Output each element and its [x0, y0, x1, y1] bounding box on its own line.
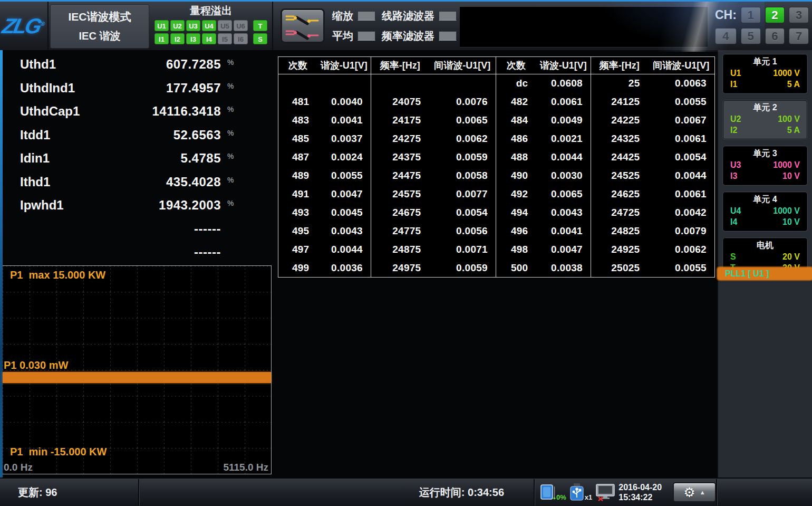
channel-button-4[interactable]: 4 [715, 28, 737, 44]
table-cell: 0.0043 [317, 222, 371, 241]
table-cell [371, 74, 429, 93]
table-cell: 495 [278, 222, 317, 241]
table-row [278, 74, 371, 93]
channel-button-2[interactable]: 2 [765, 7, 785, 23]
usb-count: x1 [585, 493, 592, 501]
table-cell: 0.0041 [317, 111, 371, 130]
average-checkbox[interactable] [357, 31, 375, 41]
table-row: 4920.0065 [496, 185, 591, 204]
update-value: 96 [45, 486, 57, 498]
channel-button-7[interactable]: 7 [789, 28, 809, 44]
unit-panel-3[interactable]: 单元 3U31000 VI310 VSync Src: U1PLL1 [ U1 … [723, 146, 807, 185]
table-row: 4850.0037 [278, 130, 371, 148]
table-row: 246250.0061 [591, 185, 715, 204]
table-cell: 0.0077 [429, 185, 496, 204]
col-frequency: 频率-[Hz] [591, 57, 648, 74]
unit-panel-2[interactable]: 单元 2U2100 VI25 ASync Src: U1PLL1 [ U1 ] [723, 100, 807, 139]
table-cell: 24125 [591, 93, 648, 111]
zoom-checkbox[interactable] [357, 11, 375, 21]
table-cell: 0.0043 [536, 204, 591, 222]
table-row: 4980.0047 [496, 241, 591, 259]
channel-button-3[interactable]: 3 [789, 7, 809, 23]
measurement-row: UthdCap114116.3418% [5, 100, 240, 123]
table-cell: 24925 [591, 241, 648, 259]
table-row: 4880.0044 [496, 148, 591, 167]
table-cell: 496 [496, 222, 536, 241]
range-overflow-title: 量程溢出 [152, 4, 270, 18]
col-interharmonic: 间谐波-U1[V] [648, 57, 715, 74]
table-row [371, 74, 496, 93]
harmonic-table-group-1: 次数 谐波-U1[V] 4810.00404830.00414850.00374… [278, 56, 371, 278]
table-cell: 0.0047 [536, 241, 591, 259]
measurement-name: Uthd1 [5, 57, 116, 72]
wiring-switch-button[interactable] [281, 8, 325, 43]
table-row: 243250.0061 [591, 130, 715, 148]
table-cell: 483 [278, 111, 317, 130]
table-cell: 0.0045 [317, 204, 371, 222]
chart-min-label: P1 min -15.000 KW [10, 446, 107, 458]
table-cell: 492 [496, 185, 536, 204]
main-area: Uthd1607.7285%UthdInd1177.4957%UthdCap11… [0, 50, 812, 478]
range-indicator-u4: U4 [202, 20, 216, 31]
range-overflow-panel: 量程溢出 U1U2U3U4U5U6T I1I2I3I4I5I6S [152, 4, 270, 46]
unit-config-row: U2100 V [723, 113, 807, 125]
line-filter-checkbox[interactable] [439, 11, 457, 21]
table-row: 242250.0067 [591, 111, 715, 130]
table-cell: 24725 [591, 204, 648, 222]
average-label: 平均 [332, 29, 353, 43]
unit-pll-source: PLL1 [ U1 ] [718, 268, 812, 279]
range-indicator-i6: I6 [234, 33, 248, 44]
table-cell: 24075 [371, 93, 429, 111]
channel-button-5[interactable]: 5 [741, 28, 761, 44]
table-cell: 0.0040 [317, 93, 371, 111]
gear-icon: ⚙ [683, 486, 695, 499]
unit-panel-1[interactable]: 单元 1U11000 VI15 ASync Src: U1PLL1 [ U1 ] [723, 54, 807, 93]
table-cell: 0.0059 [429, 259, 496, 278]
table-cell: 0.0058 [429, 167, 496, 185]
chart-x-end: 5115.0 Hz [223, 462, 268, 473]
measurement-name: Idin1 [5, 151, 116, 166]
table-row: 248250.0079 [591, 222, 715, 241]
table-cell: 0.0055 [648, 259, 715, 278]
table-row: 241750.0065 [371, 111, 496, 130]
measurement-unit: % [221, 199, 240, 207]
chevron-up-icon: ▲ [700, 489, 705, 495]
unit-panel-4[interactable]: 单元 4U41000 VI410 VSync Src: U1PLL1 [ U1 … [723, 192, 807, 231]
monitor-icon [595, 483, 615, 501]
range-indicator-u1: U1 [154, 20, 169, 31]
table-cell: 0.0062 [429, 130, 496, 148]
table-cell [317, 74, 371, 93]
freq-filter-checkbox[interactable] [439, 31, 457, 41]
settings-button[interactable]: ⚙ ▲ [673, 482, 716, 502]
measurement-row: Ithd1435.4028% [5, 170, 240, 194]
measurement-row: Itdd152.6563% [5, 123, 240, 147]
chart-x-start: 0.0 Hz [4, 462, 33, 473]
table-cell: 0.0036 [317, 259, 371, 278]
table-cell: 0.0054 [429, 204, 496, 222]
datetime-display: 2016-04-20 15:34:22 [618, 482, 662, 502]
measurement-name: Ipwhd1 [5, 198, 116, 213]
table-row: 243750.0059 [371, 148, 496, 167]
range-indicator-s: S [253, 33, 267, 44]
table-row: 250.0063 [591, 74, 715, 93]
table-cell: 24575 [371, 185, 429, 204]
col-order: 次数 [278, 57, 317, 74]
chart-value-label: P1 0.030 mW [4, 359, 68, 371]
table-cell: 0.0065 [429, 111, 496, 130]
unit-title: 单元 4 [723, 194, 807, 205]
channel-button-6[interactable]: 6 [765, 28, 785, 44]
mode-tab[interactable]: IEC谐波模式 IEC 谐波 [50, 4, 149, 49]
table-cell: 0.0608 [536, 74, 591, 93]
motor-row-s: S20 V [723, 251, 807, 262]
unit-sidebar: 单元 1U11000 VI15 ASync Src: U1PLL1 [ U1 ]… [717, 50, 812, 478]
channel-button-1[interactable]: 1 [741, 7, 761, 23]
table-cell: dc [496, 74, 536, 93]
date-value: 2016-04-20 [618, 482, 662, 492]
range-row-current: I1I2I3I4I5I6S [152, 33, 270, 44]
range-indicator-t: T [253, 20, 267, 31]
table-row: 4970.0044 [278, 241, 371, 259]
table-cell: 25 [591, 74, 648, 93]
harmonic-table-group-2: 频率-[Hz] 间谐波-U1[V] 240750.0076241750.0065… [371, 56, 496, 278]
table-cell: 0.0056 [429, 222, 496, 241]
table-cell: 0.0067 [648, 111, 715, 130]
